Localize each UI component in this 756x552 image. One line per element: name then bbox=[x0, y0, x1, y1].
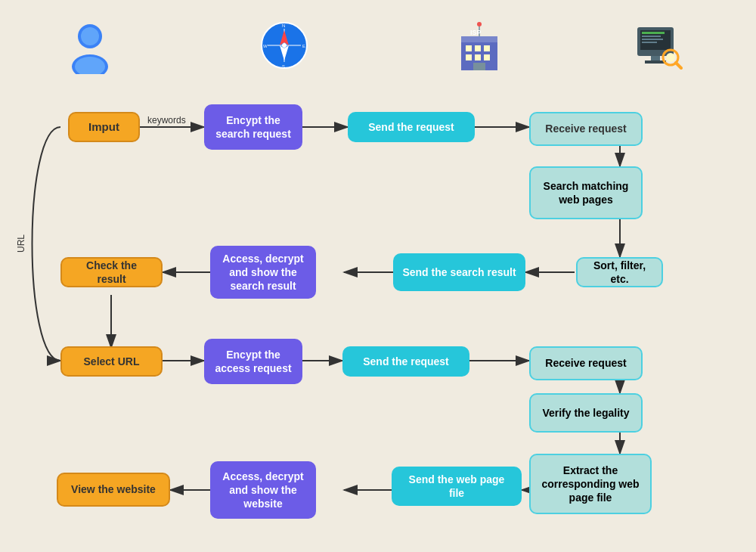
svg-rect-29 bbox=[642, 32, 665, 34]
sort-filter-box: Sort, filter, etc. bbox=[576, 257, 663, 287]
check-result-box: Check the result bbox=[60, 257, 163, 287]
send-search-result-box: Send the search result bbox=[393, 253, 525, 291]
svg-rect-30 bbox=[642, 36, 661, 37]
svg-point-25 bbox=[477, 22, 482, 26]
svg-point-2 bbox=[81, 27, 99, 45]
isp-icon: ISP bbox=[455, 21, 503, 76]
svg-rect-16 bbox=[461, 36, 497, 42]
send-webpage-box: Send the web page file bbox=[392, 467, 522, 506]
view-website-box: View the website bbox=[57, 473, 170, 507]
verify-legality-box: Verify the legality bbox=[529, 393, 643, 433]
receive-request-1-box: Receive request bbox=[529, 112, 643, 146]
svg-text:E: E bbox=[302, 44, 305, 48]
select-url-box: Select URL bbox=[60, 346, 163, 377]
browser-icon-col: N S W E bbox=[239, 21, 330, 76]
svg-text:N: N bbox=[282, 23, 285, 28]
search-engine-icon-col bbox=[613, 21, 704, 76]
svg-text:ISP: ISP bbox=[470, 29, 482, 36]
encrypt-access-box: Encypt the access request bbox=[204, 339, 302, 384]
browser-icon: N S W E bbox=[260, 21, 308, 70]
extract-webpage-box: Extract the corresponding web page file bbox=[529, 454, 652, 514]
search-engine-icon bbox=[634, 21, 683, 70]
svg-rect-17 bbox=[466, 45, 472, 51]
isp-icon-col: ISP bbox=[434, 21, 525, 76]
svg-rect-20 bbox=[466, 54, 472, 60]
svg-rect-31 bbox=[642, 39, 663, 40]
imput-box: Imput bbox=[68, 112, 140, 142]
keywords-label: keywords bbox=[147, 115, 186, 126]
svg-rect-33 bbox=[651, 56, 660, 60]
user-icon bbox=[67, 21, 113, 74]
user-icon-col bbox=[45, 21, 135, 76]
send-request-2-box: Send the request bbox=[342, 346, 469, 377]
send-request-1-box: Send the request bbox=[348, 112, 475, 142]
svg-point-14 bbox=[282, 43, 287, 48]
icons-row: N S W E bbox=[0, 21, 756, 76]
encrypt-search-box: Encypt the search request bbox=[204, 104, 302, 150]
svg-text:S: S bbox=[282, 64, 285, 69]
svg-rect-18 bbox=[475, 45, 481, 51]
url-label: URL bbox=[16, 234, 26, 253]
access-decrypt-show-box: Access, decrypt and show the search resu… bbox=[210, 246, 316, 299]
svg-line-37 bbox=[676, 63, 681, 68]
svg-rect-19 bbox=[484, 45, 490, 51]
svg-rect-21 bbox=[475, 54, 481, 60]
svg-rect-23 bbox=[473, 63, 485, 70]
svg-rect-32 bbox=[642, 42, 657, 43]
diagram-container: N S W E bbox=[0, 0, 756, 552]
svg-text:W: W bbox=[263, 44, 268, 48]
receive-request-2-box: Receive request bbox=[529, 346, 643, 380]
svg-rect-22 bbox=[484, 54, 490, 60]
access-decrypt-website-box: Access, decrypt and show the website bbox=[210, 461, 316, 519]
search-matching-box: Search matching web pages bbox=[529, 166, 643, 219]
svg-point-36 bbox=[666, 53, 675, 62]
